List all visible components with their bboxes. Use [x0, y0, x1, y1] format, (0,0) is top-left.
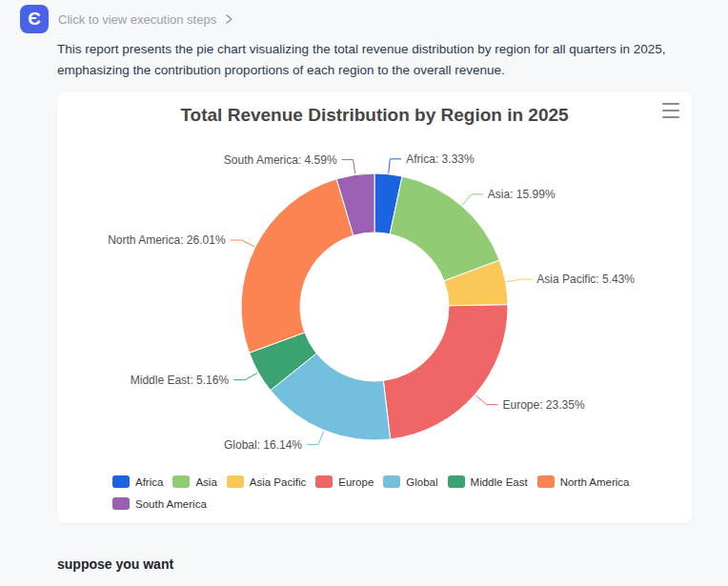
- legend-swatch: [537, 475, 555, 488]
- pie-label-line-africa: [389, 159, 402, 173]
- report-summary-line1: This report presents the pie chart visua…: [57, 39, 694, 60]
- legend-label: Asia: [195, 476, 216, 488]
- legend-item-europe[interactable]: Europe: [315, 475, 374, 488]
- footer-text: suppose you want: [57, 556, 173, 572]
- legend-item-middle-east[interactable]: Middle East: [448, 475, 528, 488]
- pie-label-middle-east: Middle East: 5.16%: [131, 374, 230, 387]
- legend-item-africa[interactable]: Africa: [112, 475, 163, 488]
- pie-label-north-america: North America: 26.01%: [108, 233, 226, 247]
- legend-swatch: [227, 475, 244, 488]
- legend-item-global[interactable]: Global: [383, 475, 437, 488]
- chevron-right-icon: [223, 13, 234, 25]
- legend-label: Africa: [135, 476, 163, 488]
- header: Є Click to view execution steps: [20, 5, 234, 33]
- donut-chart: Africa: 3.33%Asia: 15.99%Asia Pacific: 5…: [57, 92, 692, 524]
- legend-label: Europe: [338, 476, 374, 488]
- app-logo-icon: Є: [20, 5, 49, 33]
- report-summary-line2: emphasizing the contribution proportions…: [57, 60, 694, 81]
- pie-label-europe: Europe: 23.35%: [503, 398, 585, 412]
- legend-swatch: [448, 475, 465, 488]
- pie-label-line-north-america: [231, 240, 254, 247]
- pie-label-global: Global: 16.14%: [224, 438, 302, 452]
- execution-steps-toggle[interactable]: Click to view execution steps: [58, 12, 234, 27]
- pie-slice-north-america[interactable]: [241, 179, 354, 353]
- chart-legend: AfricaAsiaAsia PacificEuropeGlobalMiddle…: [112, 475, 657, 510]
- legend-label: Asia Pacific: [250, 476, 306, 488]
- legend-label: South America: [135, 498, 207, 510]
- legend-item-south-america[interactable]: South America: [112, 497, 207, 510]
- legend-item-asia[interactable]: Asia: [172, 475, 216, 488]
- legend-swatch: [383, 475, 400, 488]
- pie-label-africa: Africa: 3.33%: [406, 152, 475, 166]
- legend-swatch: [172, 475, 190, 488]
- pie-label-line-asia-pacific: [507, 279, 533, 282]
- pie-label-line-global: [307, 432, 324, 445]
- pie-label-line-asia: [462, 194, 483, 205]
- pie-label-line-south-america: [342, 160, 355, 174]
- legend-swatch: [112, 475, 130, 488]
- pie-slice-europe[interactable]: [383, 305, 508, 439]
- report-summary-text: This report presents the pie chart visua…: [57, 39, 694, 81]
- pie-label-asia-pacific: Asia Pacific: 5.43%: [536, 273, 635, 286]
- pie-label-south-america: South America: 4.59%: [224, 153, 337, 167]
- pie-label-line-middle-east: [233, 373, 257, 379]
- execution-steps-label: Click to view execution steps: [58, 12, 216, 27]
- legend-label: Global: [406, 476, 437, 488]
- legend-label: Middle East: [471, 476, 528, 488]
- pie-slice-asia[interactable]: [390, 176, 499, 281]
- legend-swatch: [112, 497, 130, 510]
- legend-item-north-america[interactable]: North America: [537, 475, 630, 488]
- pie-label-asia: Asia: 15.99%: [488, 188, 556, 201]
- chart-card: Total Revenue Distribution by Region in …: [57, 92, 692, 523]
- legend-label: North America: [560, 476, 630, 488]
- legend-item-asia-pacific[interactable]: Asia Pacific: [227, 475, 306, 488]
- pie-label-line-europe: [475, 395, 497, 405]
- legend-swatch: [315, 475, 333, 488]
